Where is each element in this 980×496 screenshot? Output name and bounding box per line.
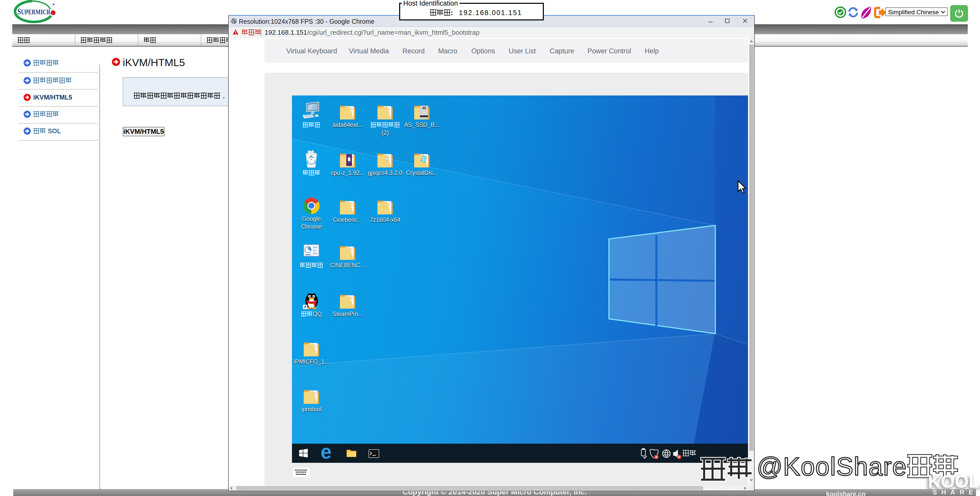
svg-text:e: e bbox=[321, 444, 331, 461]
svg-text:AS: AS bbox=[422, 106, 426, 109]
svg-text:SUPERMICR: SUPERMICR bbox=[18, 6, 51, 16]
